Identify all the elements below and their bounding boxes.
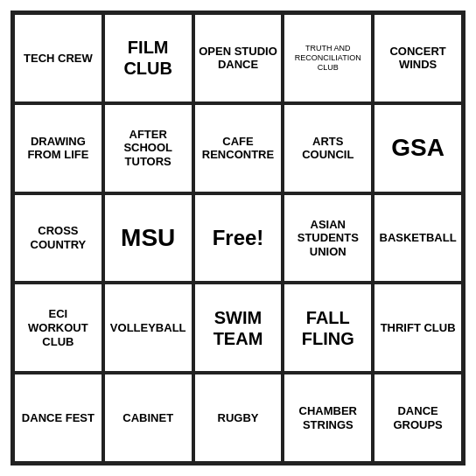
cell-r2c1: MSU — [103, 193, 193, 284]
cell-r4c1: CABINET — [103, 373, 193, 463]
cell-r2c4: BASKETBALL — [373, 193, 463, 284]
cell-r1c3: ARTS COUNCIL — [283, 103, 373, 193]
cell-r2c2: Free! — [193, 193, 284, 284]
bingo-card: TECH CREWFILM CLUBOPEN STUDIO DANCETRUTH… — [10, 10, 466, 466]
cell-r4c3: CHAMBER STRINGS — [283, 373, 373, 463]
cell-r4c2: RUGBY — [193, 373, 284, 463]
cell-r3c2: SWIM TEAM — [193, 283, 284, 373]
cell-r3c3: FALL FLING — [283, 283, 373, 373]
cell-r3c1: VOLLEYBALL — [103, 283, 193, 373]
cell-r0c1: FILM CLUB — [103, 13, 193, 103]
cell-r4c4: DANCE GROUPS — [373, 373, 463, 463]
cell-r3c4: THRIFT CLUB — [373, 283, 463, 373]
cell-r1c4: GSA — [373, 103, 463, 193]
cell-r1c0: DRAWING FROM LIFE — [13, 103, 103, 193]
cell-r1c2: CAFE RENCONTRE — [193, 103, 284, 193]
cell-r0c0: TECH CREW — [13, 13, 103, 103]
cell-r2c0: CROSS COUNTRY — [13, 193, 103, 284]
cell-r2c3: ASIAN STUDENTS UNION — [283, 193, 373, 284]
cell-r0c2: OPEN STUDIO DANCE — [193, 13, 284, 103]
cell-r0c3: TRUTH AND RECONCILIATION CLUB — [283, 13, 373, 103]
cell-r4c0: DANCE FEST — [13, 373, 103, 463]
cell-r3c0: ECI WORKOUT CLUB — [13, 283, 103, 373]
cell-r1c1: AFTER SCHOOL TUTORS — [103, 103, 193, 193]
cell-r0c4: CONCERT WINDS — [373, 13, 463, 103]
